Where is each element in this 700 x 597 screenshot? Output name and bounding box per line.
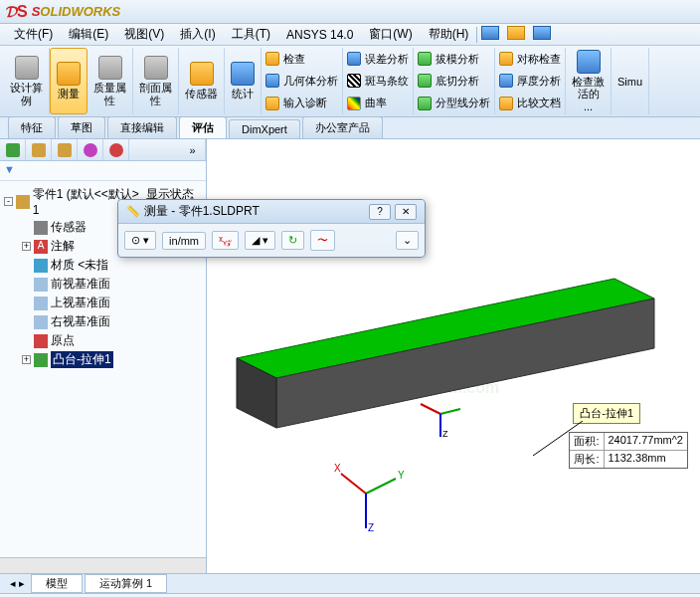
svg-line-4 xyxy=(366,479,396,494)
menu-tools[interactable]: 工具(T) xyxy=(224,24,278,45)
ribbon-undercut[interactable]: 底切分析 xyxy=(418,73,490,90)
feature-callout[interactable]: 凸台-拉伸1 xyxy=(573,403,640,424)
units-button[interactable]: in/mm xyxy=(162,232,206,250)
origin-triad: Y X Z xyxy=(326,454,406,533)
tree-front-plane[interactable]: 前视基准面 xyxy=(20,275,204,294)
menu-help[interactable]: 帮助(H) xyxy=(421,24,477,45)
tree-top-plane[interactable]: 上视基准面 xyxy=(20,294,204,312)
feature-tree-tab[interactable] xyxy=(0,139,26,160)
help-button[interactable]: ? xyxy=(369,204,391,220)
ribbon-design-study[interactable]: 设计算 例 xyxy=(4,48,50,114)
ribbon-check-col: 检查 几何体分析 输入诊断 xyxy=(262,48,343,114)
ribbon-sensor[interactable]: 传感器 xyxy=(179,48,225,114)
tab-evaluate[interactable]: 评估 xyxy=(179,116,227,138)
ruler-icon: 📏 xyxy=(126,205,140,218)
open-icon[interactable] xyxy=(503,26,529,43)
projection-button[interactable]: ◢ ▾ xyxy=(245,231,275,250)
ribbon-check[interactable]: 检查 xyxy=(265,51,338,68)
ribbon-thick[interactable]: 厚度分析 xyxy=(499,73,561,90)
tab-feature[interactable]: 特征 xyxy=(8,116,56,138)
ribbon-diag[interactable]: 输入诊断 xyxy=(265,95,338,111)
expand-button[interactable]: ⌄ xyxy=(396,231,419,250)
filter-bar[interactable]: ▼ xyxy=(0,161,206,181)
menu-window[interactable]: 窗口(W) xyxy=(361,24,420,45)
close-button[interactable]: ✕ xyxy=(395,204,417,220)
arc-mode-button[interactable]: ⊙ ▾ xyxy=(124,231,156,250)
sidebar-scroll[interactable] xyxy=(0,557,206,573)
ribbon-simu[interactable]: Simu xyxy=(612,48,649,114)
svg-text:Z: Z xyxy=(442,429,448,439)
svg-text:Z: Z xyxy=(368,522,374,533)
ribbon: 设计算 例 测量 质量属 性 剖面属 性 传感器 统计 检查 几何体分析 输入诊… xyxy=(0,46,700,117)
ribbon-draft[interactable]: 拔模分析 xyxy=(418,51,490,68)
ribbon-draft-col: 拔模分析 底切分析 分型线分析 xyxy=(414,48,495,114)
tree-material[interactable]: 材质 <未指 xyxy=(20,256,204,275)
tab-sketch[interactable]: 草图 xyxy=(58,116,105,138)
xyz-button[interactable]: ᵡᵧ𝓏 xyxy=(212,231,239,250)
command-tabs: 特征 草图 直接编辑 评估 DimXpert 办公室产品 xyxy=(0,117,700,139)
ribbon-section-props[interactable]: 剖面属 性 xyxy=(133,48,179,114)
menu-ansys[interactable]: ANSYS 14.0 xyxy=(278,26,361,44)
tab-model[interactable]: 模型 xyxy=(31,574,83,593)
bottom-tabs: ◂ ▸ 模型 运动算例 1 xyxy=(0,573,700,593)
area-value: 24017.77mm^2 xyxy=(605,433,688,450)
measure-dialog[interactable]: 📏 测量 - 零件1.SLDPRT ? ✕ ⊙ ▾ in/mm ᵡᵧ𝓏 ◢ ▾ … xyxy=(117,199,426,258)
tab-dimxpert[interactable]: DimXpert xyxy=(229,119,300,138)
face-triad: Z xyxy=(416,389,465,439)
measure-dialog-body: ⊙ ▾ in/mm ᵡᵧ𝓏 ◢ ▾ ↻ 〜 ⌄ xyxy=(118,224,425,257)
display-tab[interactable] xyxy=(103,139,129,160)
title-bar: 𝓓S SOLIDWORKS xyxy=(0,0,700,24)
nav-arrows[interactable]: ◂ ▸ xyxy=(4,577,31,590)
config-tab[interactable] xyxy=(52,139,78,160)
app-logo: SOLIDWORKS xyxy=(32,4,121,19)
dimxpert-tab[interactable] xyxy=(78,139,103,160)
ribbon-parting[interactable]: 分型线分析 xyxy=(418,95,490,111)
ribbon-zebra[interactable]: 斑马条纹 xyxy=(347,73,409,90)
ribbon-analysis-col: 误差分析 斑马条纹 曲率 xyxy=(343,48,414,114)
ribbon-mass-props[interactable]: 质量属 性 xyxy=(88,48,133,114)
property-tab[interactable] xyxy=(26,139,52,160)
ribbon-geom[interactable]: 几何体分析 xyxy=(265,73,338,90)
status-bar: 零件1 在编辑 零件 xyxy=(0,593,700,597)
new-icon[interactable] xyxy=(477,26,503,43)
menu-view[interactable]: 视图(V) xyxy=(116,24,172,45)
area-label: 面积: xyxy=(570,433,604,450)
ribbon-measure[interactable]: 测量 xyxy=(50,48,88,114)
expand-icon[interactable]: » xyxy=(180,139,206,160)
manager-tabs: » xyxy=(0,139,206,161)
perim-label: 周长: xyxy=(570,451,604,468)
menu-edit[interactable]: 编辑(E) xyxy=(61,24,116,45)
tab-motion[interactable]: 运动算例 1 xyxy=(85,574,167,593)
measure-dialog-title[interactable]: 📏 测量 - 零件1.SLDPRT ? ✕ xyxy=(118,200,425,224)
ribbon-check-active[interactable]: 检查激 活的 ... xyxy=(566,48,612,114)
save-icon[interactable] xyxy=(529,26,555,43)
menu-bar: 文件(F) 编辑(E) 视图(V) 插入(I) 工具(T) ANSYS 14.0… xyxy=(0,24,700,46)
svg-line-11 xyxy=(440,409,460,414)
measure-result-box: 面积:24017.77mm^2 周长:1132.38mm xyxy=(569,432,688,469)
ribbon-sym-col: 对称检查 厚度分析 比较文档 xyxy=(495,48,566,114)
history-button[interactable]: ↻ xyxy=(281,231,304,250)
svg-text:X: X xyxy=(334,463,341,474)
menu-file[interactable]: 文件(F) xyxy=(6,24,61,45)
ribbon-curve[interactable]: 曲率 xyxy=(347,95,409,111)
filter-icon[interactable]: ▼ xyxy=(4,163,15,175)
tab-direct[interactable]: 直接编辑 xyxy=(107,116,177,138)
ribbon-error[interactable]: 误差分析 xyxy=(347,51,409,68)
menu-insert[interactable]: 插入(I) xyxy=(172,24,223,45)
ribbon-compare[interactable]: 比较文档 xyxy=(499,95,561,111)
sw-logo-icon: 𝓓S xyxy=(6,3,28,21)
perim-value: 1132.38mm xyxy=(605,451,670,468)
svg-line-10 xyxy=(421,404,440,414)
tree-extrude[interactable]: +凸台-拉伸1 xyxy=(20,350,204,369)
tab-office[interactable]: 办公室产品 xyxy=(302,116,383,138)
tree-right-plane[interactable]: 右视基准面 xyxy=(20,312,204,331)
ribbon-sym[interactable]: 对称检查 xyxy=(499,51,561,68)
tree-origin[interactable]: 原点 xyxy=(20,331,204,350)
ribbon-stats[interactable]: 统计 xyxy=(225,48,262,114)
sensor-create-button[interactable]: 〜 xyxy=(310,230,335,251)
svg-text:Y: Y xyxy=(398,470,405,481)
svg-line-6 xyxy=(341,474,366,494)
